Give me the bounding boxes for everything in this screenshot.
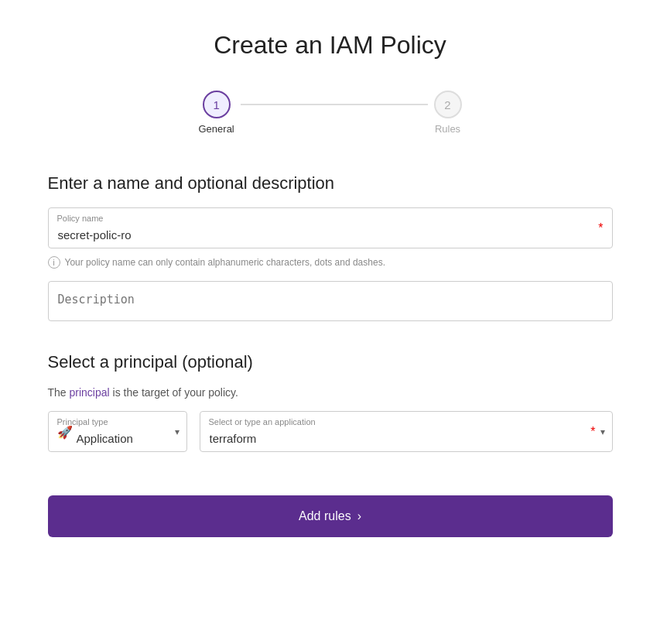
step-2-label: Rules <box>435 123 460 135</box>
policy-name-required: * <box>598 221 603 235</box>
policy-name-wrapper: Policy name * <box>48 207 613 248</box>
application-input[interactable] <box>200 411 613 452</box>
step-1: 1 General <box>199 91 234 135</box>
page-title: Create an IAM Policy <box>214 31 446 60</box>
principal-link[interactable]: principal <box>70 386 110 399</box>
policy-name-input[interactable] <box>48 207 613 248</box>
step-connector <box>241 104 428 105</box>
app-input-controls: * ▾ <box>590 425 604 439</box>
application-chevron-icon: ▾ <box>600 426 605 437</box>
application-wrapper: Select or type an application * ▾ <box>200 411 613 452</box>
principal-section: Select a principal (optional) The princi… <box>48 352 613 452</box>
step-2-circle: 2 <box>434 91 462 118</box>
step-1-label: General <box>199 123 234 135</box>
subtitle-text-after: is the target of your policy. <box>110 386 238 399</box>
principal-type-wrapper: Principal type 🚀 Application User Group … <box>48 411 187 452</box>
hint-icon: i <box>48 256 60 269</box>
add-rules-label: Add rules <box>299 509 351 523</box>
step-1-circle: 1 <box>203 91 231 118</box>
stepper: 1 General 2 Rules <box>199 91 462 135</box>
principal-subtitle: The principal is the target of your poli… <box>48 386 613 399</box>
policy-name-hint: i Your policy name can only contain alph… <box>48 256 613 269</box>
step-2: 2 Rules <box>434 91 462 135</box>
add-rules-button[interactable]: Add rules › <box>48 495 613 537</box>
hint-text: Your policy name can only contain alphan… <box>65 257 385 268</box>
principal-type-select[interactable]: Application User Group <box>48 411 187 452</box>
name-section-title: Enter a name and optional description <box>48 173 613 194</box>
add-rules-chevron-icon: › <box>357 509 361 523</box>
name-section: Enter a name and optional description Po… <box>48 173 613 324</box>
subtitle-text-before: The <box>48 386 70 399</box>
application-required: * <box>590 425 595 439</box>
principal-row: Principal type 🚀 Application User Group … <box>48 411 613 452</box>
description-input[interactable] <box>48 281 613 321</box>
principal-section-title: Select a principal (optional) <box>48 352 613 372</box>
